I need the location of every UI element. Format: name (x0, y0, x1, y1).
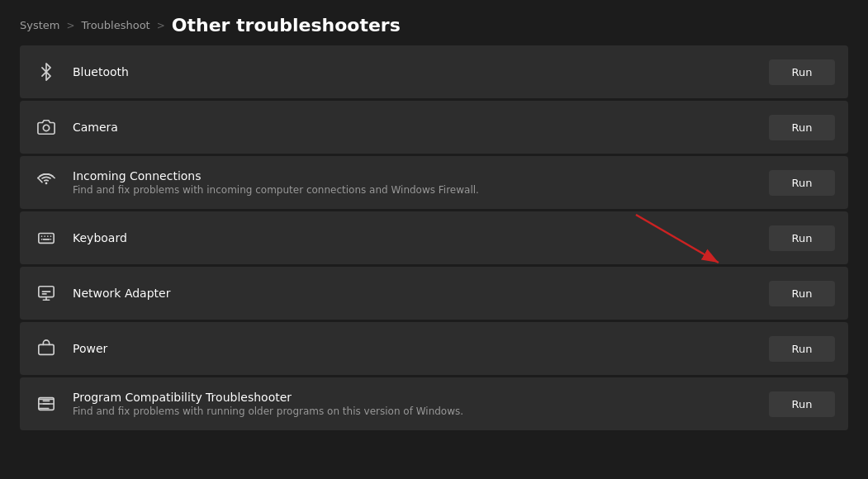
list-icon (33, 391, 59, 417)
item-name: Incoming Connections (73, 169, 479, 183)
breadcrumb: System > Troubleshoot > Other troublesho… (0, 0, 868, 45)
troubleshooter-item-power: PowerRun (20, 322, 848, 375)
troubleshooter-item-program-compatibility: Program Compatibility TroubleshooterFind… (20, 377, 848, 430)
troubleshooter-item-network-adapter: Network AdapterRun (20, 267, 848, 320)
item-text: Incoming ConnectionsFind and fix problem… (73, 169, 479, 196)
run-button-incoming-connections[interactable]: Run (769, 170, 835, 196)
run-button-network-adapter[interactable]: Run (769, 281, 835, 306)
item-name: Bluetooth (73, 65, 129, 78)
item-text: Program Compatibility TroubleshooterFind… (73, 391, 463, 417)
troubleshooter-item-camera: CameraRun (20, 101, 848, 154)
item-name: Keyboard (73, 231, 127, 244)
run-button-camera[interactable]: Run (769, 115, 835, 140)
item-text: Keyboard (73, 231, 127, 244)
signal-icon (33, 169, 59, 196)
item-text: Power (73, 342, 107, 355)
bluetooth-icon (33, 59, 59, 85)
breadcrumb-separator-1: > (66, 20, 74, 31)
item-name: Power (73, 342, 107, 355)
item-name: Program Compatibility Troubleshooter (73, 391, 463, 404)
power-icon (33, 335, 59, 362)
svg-rect-2 (39, 234, 54, 244)
troubleshooter-list: BluetoothRunCameraRunIncoming Connection… (20, 45, 848, 433)
breadcrumb-separator-2: > (157, 20, 165, 31)
item-name: Network Adapter (73, 287, 170, 300)
svg-point-1 (45, 183, 48, 185)
item-name: Camera (73, 121, 118, 134)
item-left: Camera (33, 114, 118, 140)
item-left: Keyboard (33, 225, 127, 251)
item-description: Find and fix problems with running older… (73, 405, 463, 417)
item-text: Network Adapter (73, 287, 170, 300)
run-button-power[interactable]: Run (769, 336, 835, 362)
troubleshooter-item-incoming-connections: Incoming ConnectionsFind and fix problem… (20, 156, 848, 209)
item-description: Find and fix problems with incoming comp… (73, 184, 479, 196)
svg-rect-4 (39, 344, 54, 354)
run-button-keyboard[interactable]: Run (769, 225, 835, 251)
troubleshooter-item-keyboard: KeyboardRun (20, 211, 848, 264)
monitor-icon (33, 280, 59, 306)
keyboard-icon (33, 225, 59, 251)
item-left: Incoming ConnectionsFind and fix problem… (33, 169, 479, 196)
run-button-bluetooth[interactable]: Run (769, 59, 835, 85)
item-text: Bluetooth (73, 65, 129, 78)
item-text: Camera (73, 121, 118, 134)
item-left: Power (33, 335, 107, 362)
svg-point-0 (43, 125, 49, 130)
troubleshooter-item-bluetooth: BluetoothRun (20, 45, 848, 98)
item-left: Network Adapter (33, 280, 170, 306)
breadcrumb-troubleshoot[interactable]: Troubleshoot (82, 19, 150, 31)
item-left: Bluetooth (33, 59, 129, 85)
breadcrumb-system[interactable]: System (20, 19, 59, 31)
troubleshooter-content: BluetoothRunCameraRunIncoming Connection… (0, 45, 868, 479)
item-left: Program Compatibility TroubleshooterFind… (33, 391, 463, 417)
camera-icon (33, 114, 59, 140)
run-button-program-compatibility[interactable]: Run (769, 391, 835, 417)
page-title: Other troubleshooters (172, 15, 401, 36)
